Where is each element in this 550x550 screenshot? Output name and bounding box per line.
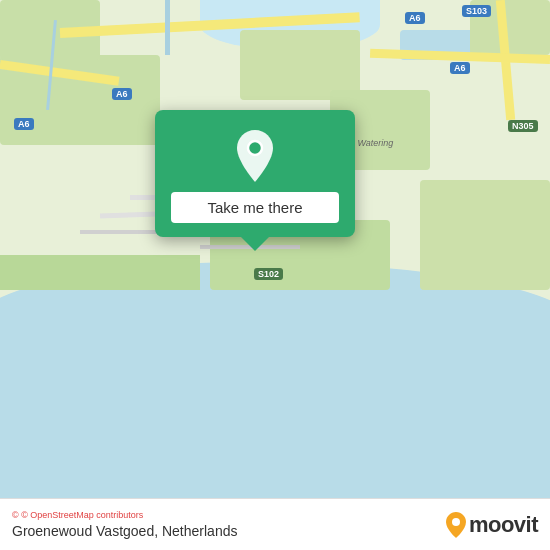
badge-a6-3: A6 [112, 88, 132, 100]
land-patch-1 [0, 255, 200, 290]
road-local-3 [80, 230, 160, 234]
bottom-bar: © © OpenStreetMap contributors Groenewou… [0, 498, 550, 550]
location-popup: Take me there [155, 110, 355, 237]
badge-s103: S103 [462, 5, 491, 17]
copyright-symbol: © [12, 510, 19, 520]
map-container: Lange Watering S103 A6 A6 A6 A6 N305 S10… [0, 0, 550, 550]
map-pin-icon [233, 130, 277, 182]
osm-attribution: © © OpenStreetMap contributors [12, 510, 237, 520]
moovit-text: moovit [469, 512, 538, 538]
badge-a6-1: A6 [405, 12, 425, 24]
canal-1 [165, 0, 170, 55]
moovit-pin-icon [446, 512, 466, 538]
osm-text: © OpenStreetMap contributors [21, 510, 143, 520]
badge-s102: S102 [254, 268, 283, 280]
bottom-left: © © OpenStreetMap contributors Groenewou… [12, 510, 237, 540]
badge-a6-4: A6 [14, 118, 34, 130]
svg-point-0 [248, 141, 262, 155]
svg-point-1 [452, 518, 460, 526]
green-area-6 [420, 180, 550, 290]
location-name: Groenewoud Vastgoed, Netherlands [12, 523, 237, 539]
location-info: Groenewoud Vastgoed, Netherlands [12, 522, 237, 540]
badge-a6-2: A6 [450, 62, 470, 74]
moovit-logo: moovit [446, 512, 538, 538]
water-body-main [0, 262, 550, 502]
badge-n305: N305 [508, 120, 538, 132]
take-me-there-button[interactable]: Take me there [171, 192, 339, 223]
